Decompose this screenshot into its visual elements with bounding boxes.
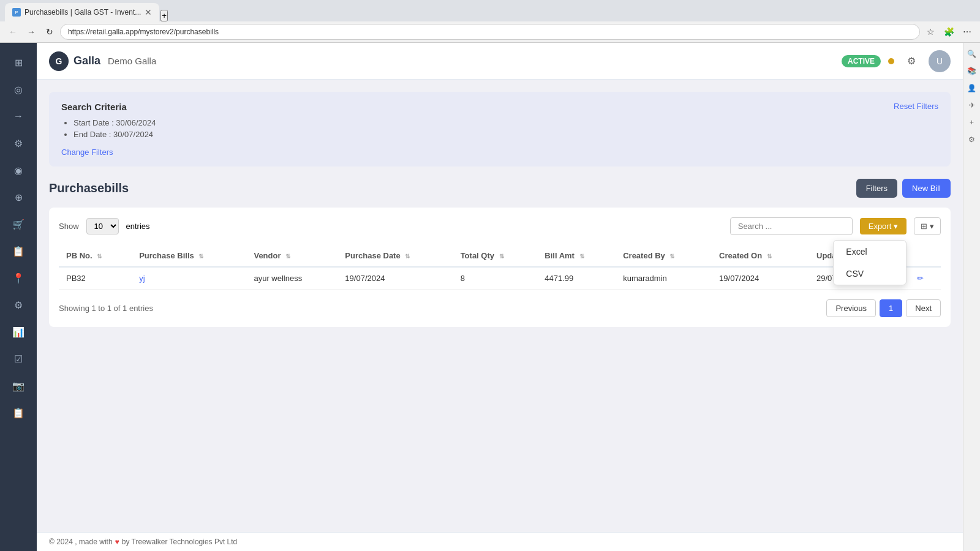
edit-icon[interactable]: ✏: [917, 274, 924, 283]
section-header: Purchasebills Filters New Bill: [49, 179, 951, 198]
new-bill-button[interactable]: New Bill: [902, 179, 951, 198]
col-pb-no: PB No. ⇅: [59, 245, 132, 267]
url-text: https://retail.galla.app/mystorev2/purch…: [68, 28, 219, 36]
sidebar-cart[interactable]: 🛒: [6, 212, 31, 236]
sidebar-settings-2[interactable]: ⚙: [6, 293, 31, 317]
cell-pb-no: PB32: [59, 267, 132, 290]
entries-select[interactable]: 10 25 50: [86, 218, 119, 234]
previous-button[interactable]: Previous: [826, 299, 876, 317]
export-csv-option[interactable]: CSV: [834, 263, 906, 285]
search-criteria-title: Search Criteria: [61, 102, 938, 112]
col-bill-amt: Bill Amt ⇅: [537, 245, 616, 267]
sidebar-settings-1[interactable]: ⚙: [6, 131, 31, 156]
col-total-qty: Total Qty ⇅: [453, 245, 538, 267]
active-tab[interactable]: P Purchasebills | Galla GST - Invent... …: [5, 3, 159, 21]
export-button[interactable]: Export ▾: [860, 218, 907, 234]
store-name: Demo Galla: [108, 56, 156, 66]
tab-favicon: P: [12, 8, 21, 17]
footer-copyright: © 2024 , made with: [49, 538, 113, 546]
sidebar-analytics[interactable]: 📊: [6, 320, 31, 344]
right-collections-icon[interactable]: 📚: [966, 65, 978, 77]
showing-text: Showing 1 to 1 of 1 entries: [59, 304, 153, 313]
back-button[interactable]: ←: [5, 24, 21, 40]
refresh-button[interactable]: ↻: [42, 24, 58, 40]
sidebar-add[interactable]: ⊕: [6, 185, 31, 209]
export-dropdown: Excel CSV: [833, 240, 907, 285]
next-button[interactable]: Next: [906, 299, 941, 317]
logo-icon: G: [49, 51, 69, 71]
page-1-button[interactable]: 1: [880, 299, 902, 317]
right-add-icon[interactable]: +: [966, 116, 978, 129]
tab-close-button[interactable]: ✕: [145, 7, 152, 17]
heart-icon: ♥: [115, 538, 119, 546]
table-card: Show 10 25 50 entries Export ▾: [49, 208, 951, 327]
sidebar-documents[interactable]: 📋: [6, 400, 31, 425]
col-action: [910, 245, 941, 267]
data-table: PB No. ⇅ Purchase Bills ⇅ Vendor ⇅: [59, 245, 941, 290]
sidebar-users[interactable]: ◉: [6, 158, 31, 182]
logo-letter: G: [56, 56, 62, 66]
footer-suffix: by Treewalker Technologies Pvt Ltd: [122, 538, 238, 546]
export-label: Export: [869, 222, 892, 231]
entries-label: entries: [126, 222, 150, 231]
sidebar-tasks[interactable]: ☑: [6, 347, 31, 371]
menu-button[interactable]: ⋯: [959, 24, 975, 40]
cell-purchase-bills[interactable]: yj: [132, 267, 246, 290]
logo-brand: Galla: [74, 54, 100, 67]
right-profile-icon[interactable]: 👤: [966, 82, 978, 94]
right-search-icon[interactable]: 🔍: [966, 48, 978, 60]
right-share-icon[interactable]: ✈: [966, 99, 978, 111]
sort-icon-vendor: ⇅: [285, 253, 290, 260]
sidebar-camera[interactable]: 📷: [6, 373, 31, 398]
search-criteria-card: Search Criteria Start Date : 30/06/2024 …: [49, 92, 951, 167]
notification-dot: [888, 58, 894, 64]
header-right: ACTIVE ⚙ U: [842, 50, 951, 72]
avatar[interactable]: U: [929, 50, 951, 72]
sidebar-dashboard[interactable]: ⊞: [6, 50, 31, 75]
sort-icon-created-on: ⇅: [767, 253, 772, 260]
cell-bill-amt: 4471.99: [537, 267, 616, 290]
sidebar-reports[interactable]: 📋: [6, 239, 31, 263]
view-toggle-button[interactable]: ⊞ ▾: [914, 217, 941, 235]
sidebar-inventory[interactable]: ◎: [6, 77, 31, 102]
logo: G Galla: [49, 51, 100, 71]
sort-icon-purchase-bills: ⇅: [198, 253, 203, 260]
table-controls: Show 10 25 50 entries Export ▾: [59, 217, 941, 235]
forward-button[interactable]: →: [23, 24, 39, 40]
export-excel-option[interactable]: Excel: [834, 241, 906, 263]
extensions-button[interactable]: 🧩: [941, 24, 957, 40]
left-sidebar: ⊞ ◎ → ⚙ ◉ ⊕ 🛒 📋 📍 ⚙ 📊 ☑ 📷 📋: [0, 43, 37, 551]
sort-icon-pb-no: ⇅: [97, 253, 102, 260]
search-criteria-list: Start Date : 30/06/2024 End Date : 30/07…: [61, 118, 938, 139]
sidebar-arrow[interactable]: →: [6, 104, 31, 129]
end-date-item: End Date : 30/07/2024: [74, 130, 938, 139]
sort-icon-bill-amt: ⇅: [579, 253, 584, 260]
sort-icon-created-by: ⇅: [669, 253, 674, 260]
top-header: G Galla Demo Galla ACTIVE ⚙ U: [37, 43, 963, 80]
sort-icon-total-qty: ⇅: [499, 253, 504, 260]
page-body: Search Criteria Start Date : 30/06/2024 …: [37, 80, 963, 532]
col-created-on: Created On ⇅: [712, 245, 809, 267]
address-bar[interactable]: https://retail.galla.app/mystorev2/purch…: [60, 24, 920, 40]
pagination: Showing 1 to 1 of 1 entries Previous 1 N…: [59, 299, 941, 317]
cell-total-qty: 8: [453, 267, 538, 290]
tab-title: Purchasebills | Galla GST - Invent...: [24, 8, 141, 17]
page-title: Purchasebills: [49, 181, 129, 195]
search-input[interactable]: [730, 217, 853, 235]
table-header-row: PB No. ⇅ Purchase Bills ⇅ Vendor ⇅: [59, 245, 941, 267]
change-filters-link[interactable]: Change Filters: [61, 148, 113, 157]
sidebar-location[interactable]: 📍: [6, 266, 31, 290]
browser-right-sidebar: 🔍 📚 👤 ✈ + ⚙: [963, 43, 980, 551]
bookmark-button[interactable]: ☆: [922, 24, 938, 40]
cell-vendor: ayur wellness: [246, 267, 337, 290]
settings-icon[interactable]: ⚙: [902, 51, 921, 71]
filters-button[interactable]: Filters: [856, 179, 897, 198]
reset-filters-link[interactable]: Reset Filters: [894, 102, 938, 111]
col-purchase-date: Purchase Date ⇅: [337, 245, 453, 267]
footer: © 2024 , made with ♥ by Treewalker Techn…: [37, 532, 963, 551]
col-created-by: Created By ⇅: [616, 245, 712, 267]
new-tab-button[interactable]: +: [160, 10, 168, 21]
cell-action[interactable]: ✏: [910, 267, 941, 290]
right-settings-icon[interactable]: ⚙: [966, 133, 978, 146]
sort-icon-purchase-date: ⇅: [405, 253, 410, 260]
